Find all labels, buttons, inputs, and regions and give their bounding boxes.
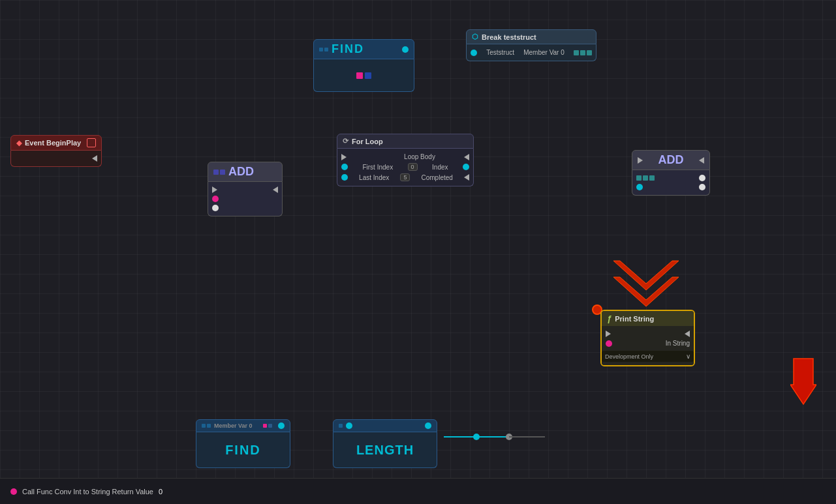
teststruct-label: Teststruct: [486, 49, 514, 56]
find-bot-header: Member Var 0: [196, 419, 290, 432]
teal-pin-add-right: [636, 184, 643, 190]
svg-marker-7: [613, 277, 679, 306]
add-left-header: ADD: [208, 162, 283, 182]
add-node-left[interactable]: ADD: [208, 162, 283, 216]
break-title: Break teststruct: [482, 33, 536, 41]
completed-exec-pin: [464, 174, 469, 181]
exec-in-add-right: [638, 157, 643, 164]
last-index-pin: [341, 174, 348, 181]
forloop-body: Loop Body First Index 0 Index Last Index…: [337, 149, 474, 186]
exec-out-add-right: [699, 157, 704, 164]
val2-pin-add-right: [699, 184, 705, 190]
chevron-icon: [607, 254, 685, 306]
exec-out-pin: [92, 155, 97, 162]
for-loop-node[interactable]: ⟳ For Loop Loop Body First Index 0 Index…: [337, 134, 474, 186]
find-bot-title: FIND: [225, 443, 261, 458]
in-string-label: In String: [666, 340, 690, 347]
bottom-bar-value: 0: [159, 488, 163, 496]
in-string-pin: [606, 340, 612, 347]
dev-only-label: Development Only: [605, 353, 653, 360]
add-left-title: ADD: [228, 165, 254, 179]
find-top-title: FIND: [332, 42, 364, 56]
forloop-header: ⟳ For Loop: [337, 134, 474, 149]
exec-out-print: [685, 331, 690, 337]
find-node-bot[interactable]: Member Var 0 FIND: [196, 419, 290, 468]
last-index-label: Last Index: [359, 174, 389, 181]
index-label: Index: [432, 164, 448, 171]
length-bot-title: LENGTH: [356, 443, 414, 458]
find-bot-member-label: Member Var 0: [214, 422, 253, 429]
event-beginplay-body: [10, 151, 102, 167]
first-index-pin: [341, 164, 348, 170]
find-bot-out-pin: [278, 422, 285, 429]
last-index-value: 5: [400, 173, 410, 181]
break-body: Teststruct Member Var 0: [466, 44, 596, 61]
find-bot-body: FIND: [196, 432, 290, 468]
break-teststruct-node[interactable]: ⬡ Break teststruct Teststruct Member Var…: [466, 29, 596, 61]
loop-body-exec-pin: [464, 154, 469, 160]
add-left-body: [208, 182, 283, 216]
expand-chevron[interactable]: ∨: [686, 353, 690, 360]
exec-in-forloop: [341, 154, 347, 160]
find-node-top[interactable]: FIND: [313, 39, 414, 92]
bottom-bar: Call Func Conv Int to String Return Valu…: [0, 478, 836, 504]
exec-in-add-left: [212, 186, 217, 193]
print-header: ƒ Print String: [602, 311, 694, 326]
svg-marker-13: [790, 359, 816, 404]
event-beginplay-title: Event BeginPlay: [25, 139, 81, 147]
member-var-label: Member Var 0: [523, 49, 565, 56]
print-icon: ƒ: [607, 314, 612, 323]
first-index-label: First Index: [362, 164, 393, 171]
val-pin-add-right: [699, 175, 705, 181]
bottom-bar-label: Call Func Conv Int to String Return Valu…: [22, 488, 153, 496]
forloop-icon: ⟳: [343, 137, 348, 145]
loop-body-label: Loop Body: [404, 153, 435, 160]
first-index-value: 0: [408, 163, 418, 171]
map-in-add-left: [212, 196, 219, 202]
diamond-icon: ◆: [16, 139, 22, 147]
val-pin-add-left: [212, 205, 219, 211]
length-node-bot[interactable]: LENGTH: [333, 419, 437, 468]
find-top-body: [313, 59, 414, 92]
exec-out-add-left: [273, 186, 278, 193]
add-right-header: ADD: [632, 150, 710, 170]
break-header: ⬡ Break teststruct: [466, 29, 596, 44]
find-top-header: FIND: [313, 39, 414, 59]
add-right-title: ADD: [658, 153, 684, 167]
find-out-pin-top: [402, 46, 409, 53]
event-beginplay-node[interactable]: ◆ Event BeginPlay: [10, 135, 102, 167]
length-in-pin: [346, 422, 352, 429]
index-out-pin: [463, 164, 469, 170]
add-node-right[interactable]: ADD: [632, 150, 710, 196]
length-bot-body: LENGTH: [333, 432, 437, 468]
length-bot-header: [333, 419, 437, 432]
length-out-pin: [425, 422, 431, 429]
add-right-body: [632, 170, 710, 196]
print-body: In String Development Only ∨: [602, 326, 694, 365]
completed-label: Completed: [422, 174, 453, 181]
break-icon: ⬡: [472, 33, 478, 41]
teststruct-in-pin: [471, 50, 477, 56]
down-arrow-indicator: [790, 355, 816, 408]
bottom-pin: [10, 488, 17, 495]
event-beginplay-header: ◆ Event BeginPlay: [10, 135, 102, 151]
exec-in-print: [606, 331, 611, 337]
forloop-title: For Loop: [352, 138, 383, 145]
print-title: Print String: [615, 315, 654, 323]
print-string-node[interactable]: ƒ Print String In String Development Onl…: [600, 310, 695, 366]
